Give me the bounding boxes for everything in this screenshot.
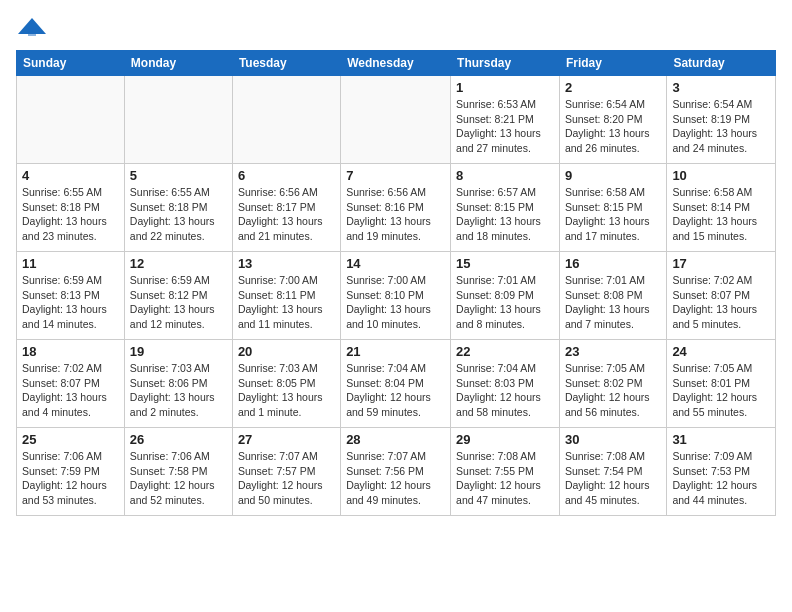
calendar-cell: 12Sunrise: 6:59 AM Sunset: 8:12 PM Dayli… [124, 252, 232, 340]
day-number: 21 [346, 344, 445, 359]
day-info: Sunrise: 6:58 AM Sunset: 8:14 PM Dayligh… [672, 185, 770, 244]
calendar-cell: 6Sunrise: 6:56 AM Sunset: 8:17 PM Daylig… [232, 164, 340, 252]
day-number: 14 [346, 256, 445, 271]
calendar-cell: 16Sunrise: 7:01 AM Sunset: 8:08 PM Dayli… [559, 252, 666, 340]
svg-rect-1 [28, 28, 36, 36]
day-info: Sunrise: 7:00 AM Sunset: 8:11 PM Dayligh… [238, 273, 335, 332]
calendar-cell: 5Sunrise: 6:55 AM Sunset: 8:18 PM Daylig… [124, 164, 232, 252]
week-row-2: 4Sunrise: 6:55 AM Sunset: 8:18 PM Daylig… [17, 164, 776, 252]
day-info: Sunrise: 7:05 AM Sunset: 8:01 PM Dayligh… [672, 361, 770, 420]
day-number: 29 [456, 432, 554, 447]
day-info: Sunrise: 7:06 AM Sunset: 7:58 PM Dayligh… [130, 449, 227, 508]
day-header-tuesday: Tuesday [232, 51, 340, 76]
day-number: 19 [130, 344, 227, 359]
day-number: 16 [565, 256, 661, 271]
day-header-wednesday: Wednesday [341, 51, 451, 76]
day-info: Sunrise: 7:00 AM Sunset: 8:10 PM Dayligh… [346, 273, 445, 332]
calendar-cell: 4Sunrise: 6:55 AM Sunset: 8:18 PM Daylig… [17, 164, 125, 252]
calendar-cell [124, 76, 232, 164]
day-header-sunday: Sunday [17, 51, 125, 76]
calendar-cell: 11Sunrise: 6:59 AM Sunset: 8:13 PM Dayli… [17, 252, 125, 340]
calendar-cell: 31Sunrise: 7:09 AM Sunset: 7:53 PM Dayli… [667, 428, 776, 516]
week-row-3: 11Sunrise: 6:59 AM Sunset: 8:13 PM Dayli… [17, 252, 776, 340]
calendar-cell: 14Sunrise: 7:00 AM Sunset: 8:10 PM Dayli… [341, 252, 451, 340]
day-info: Sunrise: 6:57 AM Sunset: 8:15 PM Dayligh… [456, 185, 554, 244]
week-row-4: 18Sunrise: 7:02 AM Sunset: 8:07 PM Dayli… [17, 340, 776, 428]
day-number: 22 [456, 344, 554, 359]
calendar-cell: 24Sunrise: 7:05 AM Sunset: 8:01 PM Dayli… [667, 340, 776, 428]
calendar-cell: 30Sunrise: 7:08 AM Sunset: 7:54 PM Dayli… [559, 428, 666, 516]
calendar-cell [17, 76, 125, 164]
calendar-cell [341, 76, 451, 164]
week-row-5: 25Sunrise: 7:06 AM Sunset: 7:59 PM Dayli… [17, 428, 776, 516]
calendar-cell: 20Sunrise: 7:03 AM Sunset: 8:05 PM Dayli… [232, 340, 340, 428]
day-info: Sunrise: 6:58 AM Sunset: 8:15 PM Dayligh… [565, 185, 661, 244]
calendar-cell: 29Sunrise: 7:08 AM Sunset: 7:55 PM Dayli… [451, 428, 560, 516]
calendar-cell: 15Sunrise: 7:01 AM Sunset: 8:09 PM Dayli… [451, 252, 560, 340]
day-number: 30 [565, 432, 661, 447]
day-info: Sunrise: 7:08 AM Sunset: 7:55 PM Dayligh… [456, 449, 554, 508]
day-info: Sunrise: 6:59 AM Sunset: 8:12 PM Dayligh… [130, 273, 227, 332]
day-info: Sunrise: 7:02 AM Sunset: 8:07 PM Dayligh… [672, 273, 770, 332]
calendar-cell: 25Sunrise: 7:06 AM Sunset: 7:59 PM Dayli… [17, 428, 125, 516]
calendar-cell: 8Sunrise: 6:57 AM Sunset: 8:15 PM Daylig… [451, 164, 560, 252]
page-header [16, 16, 776, 38]
day-number: 20 [238, 344, 335, 359]
day-number: 26 [130, 432, 227, 447]
day-info: Sunrise: 7:01 AM Sunset: 8:09 PM Dayligh… [456, 273, 554, 332]
day-number: 9 [565, 168, 661, 183]
calendar-cell: 22Sunrise: 7:04 AM Sunset: 8:03 PM Dayli… [451, 340, 560, 428]
day-info: Sunrise: 7:09 AM Sunset: 7:53 PM Dayligh… [672, 449, 770, 508]
day-info: Sunrise: 7:07 AM Sunset: 7:56 PM Dayligh… [346, 449, 445, 508]
day-number: 5 [130, 168, 227, 183]
day-number: 23 [565, 344, 661, 359]
day-number: 3 [672, 80, 770, 95]
calendar-cell: 26Sunrise: 7:06 AM Sunset: 7:58 PM Dayli… [124, 428, 232, 516]
day-number: 6 [238, 168, 335, 183]
day-info: Sunrise: 7:06 AM Sunset: 7:59 PM Dayligh… [22, 449, 119, 508]
day-info: Sunrise: 6:59 AM Sunset: 8:13 PM Dayligh… [22, 273, 119, 332]
day-info: Sunrise: 6:56 AM Sunset: 8:16 PM Dayligh… [346, 185, 445, 244]
day-number: 7 [346, 168, 445, 183]
day-number: 24 [672, 344, 770, 359]
day-number: 11 [22, 256, 119, 271]
day-info: Sunrise: 7:01 AM Sunset: 8:08 PM Dayligh… [565, 273, 661, 332]
calendar-cell: 2Sunrise: 6:54 AM Sunset: 8:20 PM Daylig… [559, 76, 666, 164]
calendar-cell: 9Sunrise: 6:58 AM Sunset: 8:15 PM Daylig… [559, 164, 666, 252]
logo [16, 16, 48, 38]
day-info: Sunrise: 6:53 AM Sunset: 8:21 PM Dayligh… [456, 97, 554, 156]
day-number: 28 [346, 432, 445, 447]
day-info: Sunrise: 6:55 AM Sunset: 8:18 PM Dayligh… [22, 185, 119, 244]
calendar-cell: 23Sunrise: 7:05 AM Sunset: 8:02 PM Dayli… [559, 340, 666, 428]
day-number: 27 [238, 432, 335, 447]
calendar-table: SundayMondayTuesdayWednesdayThursdayFrid… [16, 50, 776, 516]
day-info: Sunrise: 6:56 AM Sunset: 8:17 PM Dayligh… [238, 185, 335, 244]
day-number: 4 [22, 168, 119, 183]
day-number: 10 [672, 168, 770, 183]
day-header-friday: Friday [559, 51, 666, 76]
day-info: Sunrise: 6:54 AM Sunset: 8:20 PM Dayligh… [565, 97, 661, 156]
day-number: 25 [22, 432, 119, 447]
day-info: Sunrise: 7:02 AM Sunset: 8:07 PM Dayligh… [22, 361, 119, 420]
day-info: Sunrise: 7:05 AM Sunset: 8:02 PM Dayligh… [565, 361, 661, 420]
day-info: Sunrise: 7:03 AM Sunset: 8:05 PM Dayligh… [238, 361, 335, 420]
day-info: Sunrise: 6:54 AM Sunset: 8:19 PM Dayligh… [672, 97, 770, 156]
calendar-cell: 21Sunrise: 7:04 AM Sunset: 8:04 PM Dayli… [341, 340, 451, 428]
calendar-cell [232, 76, 340, 164]
day-header-monday: Monday [124, 51, 232, 76]
day-info: Sunrise: 7:07 AM Sunset: 7:57 PM Dayligh… [238, 449, 335, 508]
calendar-cell: 18Sunrise: 7:02 AM Sunset: 8:07 PM Dayli… [17, 340, 125, 428]
calendar-cell: 3Sunrise: 6:54 AM Sunset: 8:19 PM Daylig… [667, 76, 776, 164]
day-number: 8 [456, 168, 554, 183]
calendar-cell: 17Sunrise: 7:02 AM Sunset: 8:07 PM Dayli… [667, 252, 776, 340]
day-info: Sunrise: 6:55 AM Sunset: 8:18 PM Dayligh… [130, 185, 227, 244]
day-info: Sunrise: 7:04 AM Sunset: 8:03 PM Dayligh… [456, 361, 554, 420]
day-info: Sunrise: 7:03 AM Sunset: 8:06 PM Dayligh… [130, 361, 227, 420]
calendar-cell: 1Sunrise: 6:53 AM Sunset: 8:21 PM Daylig… [451, 76, 560, 164]
calendar-header-row: SundayMondayTuesdayWednesdayThursdayFrid… [17, 51, 776, 76]
day-header-saturday: Saturday [667, 51, 776, 76]
calendar-cell: 13Sunrise: 7:00 AM Sunset: 8:11 PM Dayli… [232, 252, 340, 340]
day-number: 12 [130, 256, 227, 271]
day-number: 15 [456, 256, 554, 271]
calendar-cell: 19Sunrise: 7:03 AM Sunset: 8:06 PM Dayli… [124, 340, 232, 428]
